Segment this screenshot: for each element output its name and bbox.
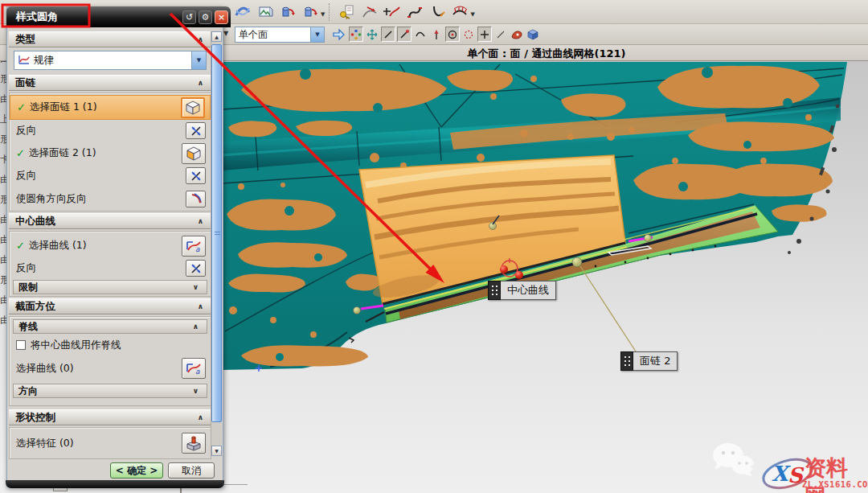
move-point-icon[interactable]: [365, 27, 379, 42]
gear-icon[interactable]: ⚙: [199, 10, 212, 24]
toolbar-separator: [329, 3, 333, 21]
label-grip-icon[interactable]: [620, 351, 633, 371]
ok-button[interactable]: < 确定 >: [110, 462, 163, 479]
reverse-curve-row: 反向: [10, 258, 211, 278]
chevron-down-icon[interactable]: ∨: [193, 283, 199, 291]
cylinder-arrow-icon[interactable]: [278, 2, 297, 22]
chevron-up-icon[interactable]: ∧: [198, 217, 203, 225]
cross-section-header[interactable]: 截面方位 ∧: [9, 298, 211, 314]
center-curve-label-text: 中心曲线: [501, 281, 556, 300]
reverse-direction-button[interactable]: [186, 260, 206, 277]
law-rule-icon: [18, 54, 31, 68]
flip-fillet-direction-button[interactable]: [186, 191, 206, 207]
face-chain-group: ✓ 选择面链 1 (1) 反向 ✓ 选择面链 2 (1) 反向 使圆角方向反向: [9, 92, 211, 212]
type-section-header[interactable]: 类型 ∧: [9, 31, 211, 47]
limits-subsection[interactable]: 限制 ∨: [13, 280, 207, 294]
j-curve-icon[interactable]: [428, 2, 447, 22]
snap-point-toolbar: [349, 27, 540, 42]
type-dropdown[interactable]: 规律 ▼: [14, 51, 207, 70]
overflow-chevron-icon[interactable]: ▼: [223, 30, 228, 37]
svg-text:a: a: [195, 368, 200, 376]
check-icon: ✓: [16, 240, 25, 252]
key-document-icon[interactable]: [338, 2, 357, 22]
chevron-up-icon[interactable]: ∧: [198, 413, 203, 421]
cross-section-group: 脊线 ∧ 将中心曲线用作脊线 选择曲线 (0) a 方向 ∨: [9, 316, 211, 406]
chevron-down-icon[interactable]: ∨: [193, 387, 199, 395]
select-curve-button[interactable]: a: [182, 358, 206, 379]
flip-fillet-direction-row: 使圆角方向反向: [10, 187, 211, 211]
reset-icon[interactable]: ↺: [182, 10, 196, 24]
forward-arrow-icon[interactable]: [331, 27, 346, 44]
line-point-icon[interactable]: [493, 27, 508, 42]
dropdown-button[interactable]: ▼: [310, 27, 324, 42]
chevron-up-icon[interactable]: ∧: [198, 302, 203, 310]
direction-subsection[interactable]: 方向 ∨: [13, 384, 207, 398]
end-point-icon[interactable]: [381, 27, 395, 42]
cylinder-arrow-alt-icon[interactable]: [301, 2, 320, 22]
styled-fillet-dialog: 样式圆角 ↺ ⚙ × 类型 ∧ 规律 ▼ 面链 ∧ ✓ 选择面链 1 (1) 反…: [6, 6, 223, 487]
scroll-down-icon[interactable]: ▼: [211, 446, 222, 456]
select-feature-button[interactable]: [182, 433, 206, 454]
control-point-icon[interactable]: [397, 27, 411, 42]
select-feature-row[interactable]: 选择特征 (0): [10, 428, 211, 458]
label-leader-line: [580, 266, 636, 351]
face-chain-2-label-text: 面链 2: [633, 351, 678, 371]
type-dropdown-value: 规律: [34, 54, 191, 68]
cancel-button[interactable]: 取消: [168, 462, 215, 479]
center-curve-group: ✓ 选择曲线 (1) a 反向 限制 ∨: [9, 231, 211, 297]
scrollbar-thumb[interactable]: [211, 44, 222, 422]
scroll-up-icon[interactable]: ▲: [211, 31, 222, 42]
shape-control-header[interactable]: 形状控制 ∧: [9, 409, 211, 425]
face-chain-2-select-button[interactable]: [182, 143, 206, 164]
use-center-as-spine-row[interactable]: 将中心曲线用作脊线: [10, 335, 211, 355]
dialog-resize-bar[interactable]: [6, 480, 224, 488]
label-grip-icon[interactable]: [488, 281, 501, 300]
selection-status-text: 单个面 : 面 / 通过曲线网格(121): [225, 47, 868, 61]
reverse-direction-row-2: 反向: [10, 165, 211, 187]
quadrant-point-icon[interactable]: [429, 27, 444, 42]
face-chain-section-header[interactable]: 面链 ∧: [9, 75, 211, 91]
circle-point-icon[interactable]: [461, 27, 476, 42]
face-select-icon[interactable]: [510, 27, 524, 42]
chevron-up-icon[interactable]: ∧: [193, 323, 199, 331]
snap-point-icon[interactable]: [349, 27, 363, 42]
dialog-button-row: < 确定 > 取消: [7, 462, 213, 482]
reverse-direction-button[interactable]: [186, 122, 206, 139]
dialog-scrollbar[interactable]: ▲ ▼: [211, 31, 222, 456]
solid-select-icon[interactable]: [526, 27, 540, 42]
select-face-chain-1-row[interactable]: ✓ 选择面链 1 (1): [10, 95, 211, 120]
spine-subsection[interactable]: 脊线 ∧: [13, 319, 207, 334]
s-curve-icon[interactable]: [405, 2, 424, 22]
curve-arrow-icon[interactable]: [360, 2, 379, 22]
shape-control-group: 选择特征 (0): [9, 427, 211, 459]
center-point-icon[interactable]: [445, 27, 460, 42]
face-chain-2-label[interactable]: 面链 2: [620, 351, 678, 371]
selection-scope-dropdown[interactable]: 单个面 ▼: [235, 27, 325, 43]
close-icon[interactable]: ×: [215, 10, 228, 24]
dialog-title: 样式圆角: [6, 10, 182, 24]
face-chain-1-select-button[interactable]: [181, 97, 205, 118]
curve-point-icon[interactable]: [413, 27, 428, 42]
select-curve-row[interactable]: ✓ 选择曲线 (1) a: [10, 233, 211, 258]
intersection-point-icon[interactable]: [477, 27, 492, 42]
check-icon: ✓: [16, 147, 25, 159]
dropdown-arrow-icon[interactable]: ▼: [321, 11, 325, 18]
dropdown-arrow-icon[interactable]: ▼: [470, 11, 474, 18]
surface-swoosh-icon[interactable]: [233, 2, 252, 22]
selection-scope-value: 单个面: [235, 28, 310, 42]
select-face-chain-2-row[interactable]: ✓ 选择面链 2 (1): [10, 142, 211, 165]
chevron-up-icon[interactable]: ∧: [198, 35, 203, 43]
dropdown-button[interactable]: ▼: [191, 51, 206, 69]
reverse-direction-button[interactable]: [186, 167, 206, 184]
center-curve-label[interactable]: 中心曲线: [488, 281, 556, 300]
curve-comb-icon[interactable]: [450, 2, 469, 22]
curve-cross-icon[interactable]: [383, 2, 402, 22]
dialog-titlebar[interactable]: 样式圆角 ↺ ⚙ ×: [6, 6, 231, 27]
spine-select-curve-row[interactable]: 选择曲线 (0) a: [10, 355, 211, 382]
image-cube-icon[interactable]: [256, 2, 275, 22]
select-curve-button[interactable]: a: [182, 236, 206, 257]
chevron-up-icon[interactable]: ∧: [198, 79, 203, 87]
checkbox[interactable]: [16, 340, 26, 350]
center-curve-section-header[interactable]: 中心曲线 ∧: [9, 213, 211, 229]
reverse-direction-row-1: 反向: [10, 120, 211, 142]
